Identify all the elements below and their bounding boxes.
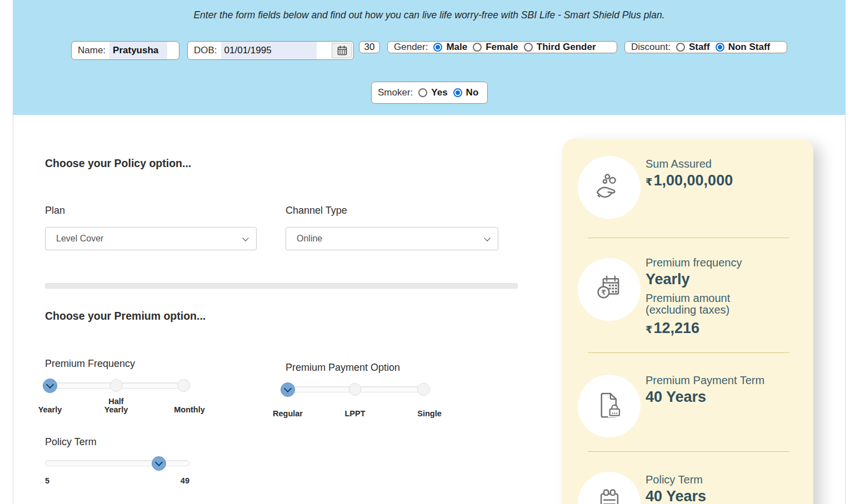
policy-term-label: Policy Term bbox=[646, 473, 801, 486]
sum-assured-label: Sum Assured bbox=[646, 158, 801, 170]
gender-female-radio[interactable] bbox=[473, 43, 482, 52]
channel-select-value: Online bbox=[297, 234, 322, 244]
section-divider bbox=[45, 283, 518, 289]
page-left-border bbox=[13, 115, 13, 504]
premium-frequency-icon-circle: ₹ bbox=[578, 258, 641, 321]
gender-field: Gender: Male Female Third Gender bbox=[387, 41, 617, 53]
gender-male-radio[interactable] bbox=[433, 43, 442, 52]
tick-single: Single bbox=[417, 410, 442, 418]
discount-staff-radio[interactable] bbox=[676, 43, 685, 52]
premium-calculator-page: Enter the form fields below and find out… bbox=[0, 0, 850, 504]
smoker-field: Smoker: Yes No bbox=[371, 82, 488, 104]
slider-track[interactable] bbox=[45, 460, 189, 466]
smoker-no-radio[interactable] bbox=[453, 88, 462, 97]
premium-frequency-value: Yearly bbox=[646, 271, 801, 288]
tick-half-yearly: Half Yearly bbox=[102, 397, 131, 414]
sum-assured-icon-circle bbox=[578, 156, 641, 219]
gender-third-radio[interactable] bbox=[524, 43, 533, 52]
chevron-down-icon bbox=[242, 235, 248, 241]
policy-term-icon-circle bbox=[578, 472, 641, 504]
stop-single[interactable] bbox=[417, 383, 430, 396]
age-value: 30 bbox=[364, 42, 375, 53]
premium-payment-option-handle[interactable] bbox=[281, 382, 295, 397]
premium-frequency-label: Premium Frequency bbox=[45, 358, 135, 370]
tick-yearly: Yearly bbox=[38, 406, 62, 414]
quote-summary-panel: Sum Assured ₹1,00,00,000 ₹ Premium frequ… bbox=[562, 139, 813, 504]
policy-section-heading: Choose your Policy option... bbox=[45, 157, 191, 170]
dob-label: DOB: bbox=[194, 45, 217, 56]
rupee-symbol: ₹ bbox=[646, 177, 653, 188]
gender-third-option[interactable]: Third Gender bbox=[537, 42, 596, 53]
calendar-rupee-icon: ₹ bbox=[592, 273, 627, 307]
banner-instruction: Enter the form fields below and find out… bbox=[13, 9, 846, 21]
premium-payment-option-slider[interactable]: Regular LPPT Single bbox=[281, 382, 429, 397]
channel-type-select[interactable]: Online bbox=[286, 227, 498, 250]
name-label: Name: bbox=[78, 45, 106, 56]
discount-label: Discount: bbox=[631, 42, 671, 53]
premium-frequency-slider[interactable]: Yearly Half Yearly Monthly bbox=[43, 379, 189, 393]
stop-lppt[interactable] bbox=[349, 383, 362, 396]
tick-monthly: Monthly bbox=[174, 406, 205, 414]
premium-payment-term-card: Premium Payment Term 40 Years bbox=[646, 374, 801, 405]
premium-amount-value: ₹12,216 bbox=[646, 320, 801, 338]
smoker-label: Smoker: bbox=[378, 87, 413, 98]
policy-term-card: Policy Term 40 Years bbox=[646, 473, 801, 504]
premium-payment-term-label: Premium Payment Term bbox=[646, 374, 801, 387]
stop-half-yearly[interactable] bbox=[110, 379, 123, 392]
summary-divider bbox=[588, 451, 789, 452]
policy-term-label: Policy Term bbox=[45, 436, 97, 448]
plan-label: Plan bbox=[45, 205, 65, 216]
summary-divider bbox=[588, 352, 789, 353]
channel-type-label: Channel Type bbox=[286, 205, 347, 216]
sum-assured-value: ₹1,00,00,000 bbox=[646, 172, 801, 190]
slider-ticks: Regular LPPT Single bbox=[281, 399, 429, 418]
smoker-yes-radio[interactable] bbox=[418, 88, 427, 97]
premium-amount-sublabel: Premium amount (excluding taxes) bbox=[646, 293, 801, 316]
smoker-yes-option[interactable]: Yes bbox=[431, 87, 447, 98]
slider-ticks: Yearly Half Yearly Monthly bbox=[43, 395, 189, 414]
rupee-symbol: ₹ bbox=[646, 324, 653, 335]
smoker-no-option[interactable]: No bbox=[466, 87, 479, 98]
discount-staff-option[interactable]: Staff bbox=[689, 42, 710, 53]
policy-term-value: 40 Years bbox=[646, 488, 801, 504]
page-right-border bbox=[845, 115, 846, 504]
tick-lppt: LPPT bbox=[344, 410, 365, 418]
clipboard-icon bbox=[592, 486, 627, 504]
calendar-button[interactable] bbox=[332, 43, 352, 58]
age-field[interactable]: 30 bbox=[359, 41, 380, 53]
premium-payment-term-icon-circle bbox=[578, 375, 641, 437]
policy-term-slider[interactable]: 5 49 bbox=[45, 456, 189, 471]
policy-term-handle[interactable] bbox=[152, 456, 166, 471]
discount-nonstaff-option[interactable]: Non Staff bbox=[728, 42, 771, 53]
slider-ticks: 5 49 bbox=[45, 471, 189, 485]
gender-female-option[interactable]: Female bbox=[486, 42, 518, 53]
sublabel-line2: (excluding taxes) bbox=[646, 304, 801, 316]
chevron-down-icon bbox=[484, 235, 490, 241]
calendar-icon bbox=[337, 45, 348, 56]
premium-section-heading: Choose your Premium option... bbox=[45, 310, 206, 322]
plan-select-value: Level Cover bbox=[56, 234, 103, 244]
tick-min: 5 bbox=[45, 477, 49, 485]
premium-frequency-handle[interactable] bbox=[43, 379, 57, 393]
dob-field: DOB: bbox=[187, 41, 354, 60]
gender-label: Gender: bbox=[394, 42, 428, 53]
plan-select[interactable]: Level Cover bbox=[45, 227, 257, 250]
premium-amount: 12,216 bbox=[654, 320, 700, 336]
tick-max: 49 bbox=[181, 477, 189, 485]
document-lock-icon bbox=[592, 389, 627, 424]
sum-assured-amount: 1,00,00,000 bbox=[654, 172, 733, 189]
dob-input[interactable] bbox=[221, 42, 317, 59]
premium-frequency-card: Premium frequency Yearly Premium amount … bbox=[646, 256, 801, 338]
name-field: Name: bbox=[71, 41, 179, 60]
tick-regular: Regular bbox=[273, 410, 303, 418]
name-input[interactable] bbox=[109, 42, 167, 59]
sublabel-line1: Premium amount bbox=[646, 293, 801, 304]
sum-assured-card: Sum Assured ₹1,00,00,000 bbox=[646, 158, 801, 190]
discount-field: Discount: Staff Non Staff bbox=[624, 41, 787, 53]
summary-divider bbox=[588, 238, 789, 238]
gender-male-option[interactable]: Male bbox=[446, 42, 467, 53]
stop-monthly[interactable] bbox=[177, 379, 190, 392]
premium-payment-option-label: Premium Payment Option bbox=[286, 362, 400, 374]
discount-nonstaff-radio[interactable] bbox=[716, 43, 724, 52]
premium-payment-term-value: 40 Years bbox=[646, 389, 801, 405]
